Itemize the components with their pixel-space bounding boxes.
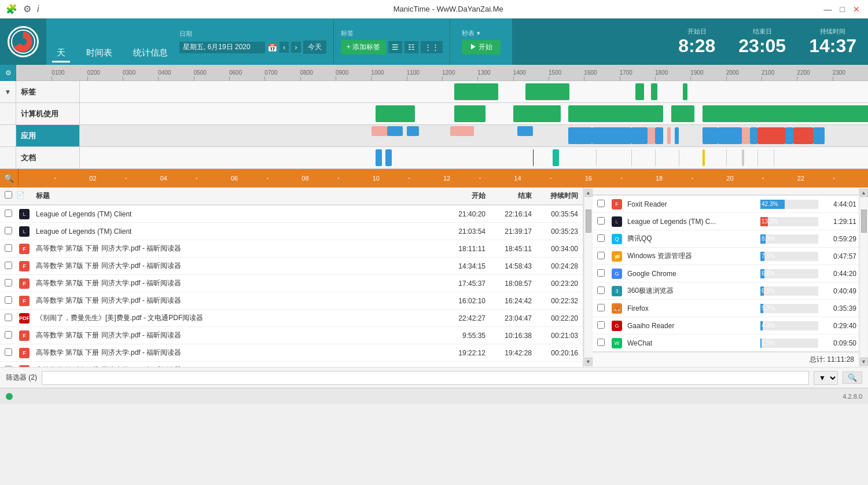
row-checkbox[interactable]	[5, 296, 12, 304]
app-bar[interactable]	[813, 127, 825, 144]
app-bar[interactable]	[793, 127, 813, 144]
row-checkbox[interactable]	[5, 366, 12, 368]
stats-row[interactable]: 🦊 Firefox 5.3% 0:35:39	[593, 300, 859, 317]
doc-bar[interactable]	[631, 149, 632, 166]
start-button[interactable]: ▶ 开始	[462, 40, 501, 54]
stats-row[interactable]: W WeChat 1.5% 0:09:50	[593, 335, 859, 351]
row-checkbox[interactable]	[5, 244, 12, 252]
stats-checkbox[interactable]	[597, 234, 605, 242]
row-checkbox[interactable]	[5, 210, 12, 217]
doc-bar[interactable]	[757, 149, 758, 166]
stats-checkbox[interactable]	[597, 217, 605, 225]
stats-row[interactable]: 3 360极速浏览器 6.1% 0:40:49	[593, 282, 859, 300]
stats-checkbox[interactable]	[597, 252, 605, 259]
prev-date-button[interactable]: ‹	[279, 42, 289, 53]
doc-bar[interactable]	[679, 149, 679, 166]
tag-bar[interactable]	[454, 83, 498, 100]
stats-checkbox[interactable]	[597, 304, 605, 311]
doc-bar[interactable]	[376, 149, 382, 166]
doc-bar[interactable]	[726, 149, 727, 166]
app-bar[interactable]	[568, 127, 592, 144]
table-row[interactable]: F 高等数学 第7版 下册 同济大学.pdf - 福昕阅读器 15:28:50 …	[0, 362, 583, 367]
app-bar[interactable]	[667, 127, 671, 144]
scroll-track[interactable]	[585, 198, 592, 357]
nav-day[interactable]: 天	[52, 45, 70, 63]
computer-bar[interactable]	[568, 105, 663, 122]
puzzle-icon[interactable]: 🧩	[6, 3, 17, 14]
row-checkbox[interactable]	[5, 331, 12, 339]
right-scroll-up[interactable]: ▲	[860, 189, 868, 197]
computer-bar[interactable]	[454, 105, 486, 122]
scroll-thumb[interactable]	[586, 210, 591, 233]
app-bar[interactable]	[742, 127, 750, 144]
stats-checkbox[interactable]	[597, 269, 605, 277]
table-row[interactable]: F 高等数学 第7版 下册 同济大学.pdf - 福昕阅读器 9:55:35 1…	[0, 327, 583, 344]
doc-bar[interactable]	[742, 149, 744, 166]
stats-checkbox[interactable]	[597, 200, 605, 207]
filter-input[interactable]	[42, 371, 809, 385]
table-row[interactable]: F 高等数学 第7版 下册 同济大学.pdf - 福昕阅读器 18:11:11 …	[0, 240, 583, 258]
tags-track-toggle[interactable]: ▼	[0, 81, 16, 102]
next-date-button[interactable]: ›	[291, 42, 300, 53]
add-tag-button[interactable]: + 添加标签	[341, 40, 386, 54]
right-scroll-down[interactable]: ▼	[860, 358, 868, 366]
doc-bar[interactable]	[655, 149, 656, 166]
table-row[interactable]: F 高等数学 第7版 下册 同济大学.pdf - 福昕阅读器 14:34:15 …	[0, 258, 583, 275]
doc-bar[interactable]	[703, 149, 705, 166]
tag-grid-view[interactable]: ⋮⋮	[421, 41, 443, 53]
doc-bar[interactable]	[596, 149, 597, 166]
app-bar[interactable]	[757, 127, 785, 144]
select-all-checkbox[interactable]	[5, 191, 12, 199]
row-checkbox[interactable]	[5, 314, 12, 321]
calendar-icon[interactable]: 📅	[267, 43, 277, 52]
app-bar[interactable]	[387, 126, 403, 136]
row-checkbox[interactable]	[5, 279, 12, 286]
settings-icon[interactable]: ⚙	[23, 3, 31, 14]
table-row[interactable]: L League of Legends (TM) Client 21:40:20…	[0, 205, 583, 223]
row-checkbox[interactable]	[5, 348, 12, 356]
app-bar[interactable]	[450, 126, 474, 136]
stats-checkbox[interactable]	[597, 339, 605, 346]
timeline-settings-icon[interactable]: ⚙	[0, 65, 16, 81]
filter-search-button[interactable]: 🔍	[843, 372, 862, 384]
tag-bar[interactable]	[651, 83, 657, 100]
stopwatch-dropdown-arrow[interactable]: ▾	[477, 30, 480, 37]
tag-bar[interactable]	[683, 83, 687, 100]
tag-list-view-1[interactable]: ☰	[388, 41, 402, 53]
row-checkbox[interactable]	[5, 227, 12, 234]
right-scroll-thumb[interactable]	[861, 210, 867, 233]
stats-checkbox[interactable]	[597, 286, 605, 294]
app-bar[interactable]	[750, 127, 758, 144]
table-row[interactable]: PDF 《别闹了，费曼先生》[美]费曼.pdf - 文电通PDF阅读器 22:4…	[0, 310, 583, 327]
table-row[interactable]: F 高等数学 第7版 下册 同济大学.pdf - 福昕阅读器 16:02:10 …	[0, 292, 583, 310]
stats-row[interactable]: Q 腾讯QQ 8.9% 0:59:29	[593, 230, 859, 248]
app-bar[interactable]	[718, 127, 742, 144]
stats-row[interactable]: G Gaaiho Reader 4.4% 0:29:40	[593, 317, 859, 335]
app-bar[interactable]	[648, 127, 656, 144]
row-checkbox[interactable]	[5, 262, 12, 269]
tag-bar[interactable]	[525, 83, 569, 100]
app-bar[interactable]	[517, 126, 533, 136]
app-bar[interactable]	[372, 126, 387, 136]
date-input[interactable]: 星期五, 6月19日 2020	[179, 42, 265, 53]
computer-bar[interactable]	[703, 105, 868, 122]
tag-list-view-2[interactable]: ☷	[404, 41, 418, 53]
scroll-up[interactable]: ▲	[584, 189, 593, 197]
app-bar[interactable]	[785, 127, 793, 144]
right-scroll-track[interactable]	[860, 198, 867, 357]
stats-row[interactable]: L League of Legends (TM) C... 13.3% 1:29…	[593, 213, 859, 230]
search-icon[interactable]: 🔍	[0, 169, 19, 188]
scroll-down[interactable]: ▼	[584, 358, 593, 366]
app-bar[interactable]	[592, 127, 631, 144]
doc-bar[interactable]	[553, 149, 559, 166]
nav-timesheet[interactable]: 时间表	[82, 45, 117, 63]
stats-row[interactable]: G Google Chrome 6.6% 0:44:20	[593, 265, 859, 282]
left-scrollbar[interactable]: ▲ ▼	[583, 188, 593, 367]
tag-bar[interactable]	[635, 83, 644, 100]
computer-bar[interactable]	[376, 105, 415, 122]
maximize-button[interactable]: □	[838, 5, 847, 14]
doc-bar[interactable]	[533, 149, 534, 166]
today-button[interactable]: 今天	[303, 41, 326, 54]
minimize-button[interactable]: —	[822, 5, 834, 14]
right-scrollbar[interactable]: ▲ ▼	[859, 188, 868, 367]
